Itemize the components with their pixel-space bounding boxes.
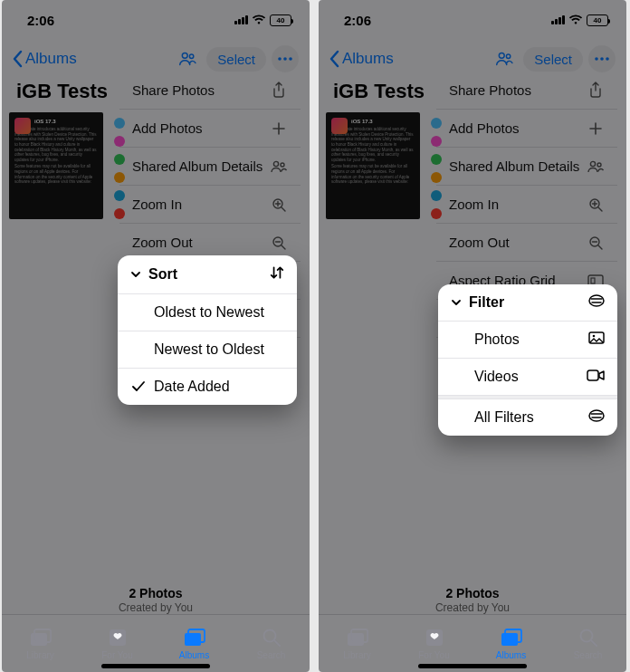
photo-icon [588, 331, 605, 348]
tab-library[interactable]: Library [319, 615, 396, 672]
thumbnail-app-icon [331, 118, 348, 134]
svg-point-0 [183, 53, 188, 58]
photo-grid: iOS 17.3 This update introduces addition… [7, 112, 109, 219]
svg-rect-33 [348, 633, 364, 646]
chevron-left-icon [13, 50, 24, 68]
filter-photos[interactable]: Photos [438, 322, 617, 359]
filter-header[interactable]: Filter [438, 284, 617, 322]
svg-rect-14 [185, 633, 201, 646]
albums-icon [500, 628, 523, 648]
wifi-icon [252, 14, 266, 25]
svg-point-32 [589, 410, 604, 421]
tab-search[interactable]: Search [233, 615, 310, 672]
zoom-out-icon [587, 235, 605, 250]
menu-shared-details[interactable]: Shared Album Details [436, 148, 617, 186]
sort-icon [270, 265, 284, 283]
filter-all-filters[interactable]: All Filters [438, 399, 617, 436]
menu-add-photos[interactable]: Add Photos [119, 110, 301, 148]
svg-point-21 [606, 57, 609, 61]
chevron-left-icon [329, 50, 340, 68]
sort-popover: Sort Oldest to Newest Newest to Oldest D… [118, 255, 297, 405]
svg-rect-36 [501, 633, 518, 646]
menu-share-photos[interactable]: Share Photos [436, 71, 617, 110]
photo-thumbnail[interactable]: iOS 17.3 This update introduces addition… [9, 112, 103, 219]
thumbnail-title: iOS 17.3 [351, 119, 373, 126]
menu-zoom-in[interactable]: Zoom In [436, 186, 617, 224]
plus-icon [587, 121, 605, 136]
chevron-down-icon [451, 297, 462, 308]
svg-point-28 [589, 295, 604, 306]
status-time: 2:06 [344, 13, 371, 28]
shared-library-icon[interactable] [174, 45, 201, 72]
zoom-in-icon [270, 197, 288, 212]
ellipsis-icon [277, 57, 293, 61]
for-you-icon [425, 628, 444, 648]
back-button[interactable]: Albums [13, 50, 77, 68]
back-label: Albums [25, 50, 77, 68]
status-bar: 2:06 40 [2, 0, 310, 40]
shared-library-icon[interactable] [491, 45, 518, 72]
sort-header[interactable]: Sort [118, 255, 297, 294]
search-icon [262, 628, 282, 648]
wifi-icon [568, 14, 583, 25]
zoom-out-icon [270, 235, 288, 250]
albums-icon [183, 628, 206, 648]
library-icon [346, 628, 369, 648]
menu-share-photos[interactable]: Share Photos [119, 71, 301, 110]
tab-search[interactable]: Search [549, 615, 626, 672]
sort-oldest-to-newest[interactable]: Oldest to Newest [118, 294, 297, 331]
status-time: 2:06 [27, 13, 54, 28]
tab-library[interactable]: Library [2, 615, 79, 672]
more-button[interactable] [588, 45, 616, 72]
home-indicator [418, 664, 527, 668]
svg-point-6 [281, 163, 284, 167]
back-label: Albums [342, 50, 394, 68]
home-indicator [101, 664, 210, 668]
phone-left: 2:06 40 Albums Select iGB Tests iOS 17.3 [2, 0, 310, 672]
search-icon [578, 628, 598, 648]
video-icon [587, 369, 605, 385]
svg-point-4 [289, 57, 292, 61]
created-by-label: Created by You [2, 601, 310, 614]
cellular-icon [551, 15, 565, 24]
select-button[interactable]: Select [206, 47, 266, 72]
people-icon [270, 160, 288, 173]
status-bar: 2:06 40 [319, 0, 626, 40]
more-button[interactable] [272, 45, 299, 72]
svg-rect-27 [591, 278, 595, 283]
menu-zoom-in[interactable]: Zoom In [119, 186, 301, 224]
filter-icon [588, 294, 605, 311]
svg-rect-31 [587, 370, 598, 380]
status-right: 40 [551, 14, 608, 26]
checkmark-icon [130, 381, 147, 392]
sort-newest-to-oldest[interactable]: Newest to Oldest [118, 331, 297, 369]
chevron-down-icon [130, 269, 141, 280]
battery-icon: 40 [270, 14, 291, 26]
svg-point-5 [273, 161, 278, 166]
created-by-label: Created by You [319, 601, 626, 614]
battery-icon: 40 [587, 14, 608, 26]
select-button[interactable]: Select [523, 47, 583, 72]
svg-point-1 [190, 54, 194, 58]
menu-zoom-out[interactable]: Zoom Out [436, 224, 617, 262]
phone-right: 2:06 40 Albums Select iGB Tests iOS 17.3… [319, 0, 626, 672]
ellipsis-icon [594, 57, 610, 61]
for-you-icon [108, 628, 128, 648]
svg-point-18 [507, 54, 511, 58]
menu-shared-details[interactable]: Shared Album Details [119, 148, 301, 186]
svg-point-3 [283, 57, 287, 61]
back-button[interactable]: Albums [329, 50, 394, 68]
thumbnail-title: iOS 17.3 [34, 119, 56, 126]
menu-add-photos[interactable]: Add Photos [436, 110, 617, 148]
photo-count: 2 Photos [2, 586, 310, 600]
share-icon [270, 82, 288, 98]
zoom-in-icon [587, 197, 605, 212]
sort-date-added[interactable]: Date Added [118, 369, 297, 405]
thumbnail-app-icon [14, 118, 31, 134]
photo-thumbnail[interactable]: iOS 17.3 This update introduces addition… [326, 112, 420, 219]
filter-videos[interactable]: Videos [438, 359, 617, 396]
people-icon [587, 160, 605, 173]
footer-info: 2 Photos Created by You [2, 586, 310, 614]
svg-point-30 [593, 335, 596, 338]
photo-count: 2 Photos [319, 586, 626, 600]
